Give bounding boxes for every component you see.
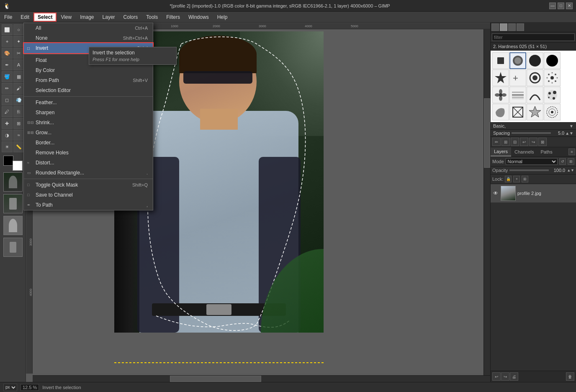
spacing-slider[interactable] [512, 132, 551, 134]
layer-add-btn[interactable]: ↩ [492, 372, 501, 381]
brush-cell-1[interactable] [492, 52, 509, 69]
menu-filters[interactable]: Filters [162, 13, 184, 22]
tool-rect-select[interactable]: ⬜ [2, 24, 13, 35]
menu-item-quickmask[interactable]: □ Toggle Quick Mask Shift+Q [24, 180, 153, 190]
brush-tool-btn-2[interactable] [500, 23, 507, 31]
brush-action-btn-3[interactable]: ⊟ [511, 138, 519, 146]
brush-tool-btn-3[interactable] [508, 23, 516, 31]
tool-paintbrush[interactable]: 🖌 [13, 83, 24, 94]
layer-thumb-3[interactable] [3, 216, 23, 235]
minimize-button[interactable]: — [549, 3, 556, 9]
close-button[interactable]: ✕ [566, 3, 573, 9]
brush-cell-4[interactable] [544, 52, 561, 69]
menu-help[interactable]: Help [213, 13, 232, 22]
menu-windows[interactable]: Windows [184, 13, 213, 22]
tool-perspective-clone[interactable]: ⊞ [13, 118, 24, 129]
brush-cell-7[interactable] [527, 69, 543, 86]
tool-ink[interactable]: 🖊 [2, 106, 13, 117]
tab-layers[interactable]: Layers [491, 147, 511, 156]
maximize-button[interactable]: □ [558, 3, 564, 9]
tool-dodge-burn[interactable]: ☀ [2, 141, 13, 152]
tool-color-select[interactable]: 🎨 [2, 48, 13, 59]
tool-heal[interactable]: ✚ [2, 118, 13, 129]
menu-item-none[interactable]: None Shift+Ctrl+A [24, 33, 153, 43]
menu-view[interactable]: View [57, 13, 76, 22]
brush-action-btn-4[interactable]: ↩ [520, 138, 528, 146]
menu-item-shrink[interactable]: ⊟⊟ Shrink... [24, 118, 153, 128]
menu-item-bycolor[interactable]: By Color [24, 65, 153, 75]
unit-select[interactable]: px [3, 384, 17, 391]
tool-scissors[interactable]: ✂ [13, 48, 24, 59]
menu-item-removeholes[interactable]: Remove Holes [24, 148, 153, 158]
brush-action-btn-5[interactable]: ↪ [529, 138, 537, 146]
layer-delete-btn[interactable]: 🗑 [566, 372, 574, 381]
brush-action-btn-6[interactable]: ⊠ [538, 138, 547, 146]
menu-item-topath[interactable]: ✒ To Path , [24, 200, 153, 210]
menu-layer[interactable]: Layer [98, 13, 119, 22]
brush-cell-3[interactable] [527, 52, 543, 69]
brush-cell-12[interactable] [544, 87, 561, 103]
menu-item-float[interactable]: Float Invert the selection Press F1 for … [24, 55, 153, 65]
lock-btn-2[interactable]: + [513, 176, 520, 182]
tool-airbrush[interactable]: 💨 [13, 95, 24, 105]
menu-file[interactable]: File [0, 13, 16, 22]
scrollbar-horizontal[interactable] [33, 375, 490, 382]
foreground-color[interactable] [3, 156, 13, 166]
tool-fuzzy-select[interactable]: ✦ [13, 36, 24, 47]
brush-cell-plus[interactable]: + [509, 69, 526, 86]
tool-bucket[interactable]: 🪣 [2, 71, 13, 82]
brush-cell-13[interactable] [492, 104, 509, 120]
tool-free-select[interactable]: ⌖ [2, 36, 13, 47]
menu-tools[interactable]: Tools [142, 13, 162, 22]
menu-item-frompath[interactable]: From Path Shift+V [24, 75, 153, 85]
menu-select[interactable]: Select [33, 13, 57, 22]
tool-measure[interactable]: 📏 [13, 141, 24, 152]
menu-item-grow[interactable]: ⊞⊞ Grow... [24, 128, 153, 138]
brush-cell-texture[interactable] [509, 87, 526, 103]
menu-item-savetochannel[interactable]: □ Save to Channel [24, 190, 153, 200]
tool-eraser[interactable]: ◻ [2, 95, 13, 105]
tab-channels[interactable]: Channels [511, 148, 537, 156]
brush-cell-16[interactable] [544, 104, 561, 120]
layer-thumb-2[interactable] [3, 194, 23, 213]
layer-down-btn[interactable]: ↪ [501, 372, 509, 381]
menu-item-sharpen[interactable]: Sharpen [24, 108, 153, 118]
layers-grid-btn[interactable]: ⊞ [568, 158, 574, 165]
menu-item-feather[interactable]: Feather... [24, 97, 153, 108]
menu-item-selectioneditor[interactable]: Selection Editor [24, 85, 153, 95]
tool-clone[interactable]: ⎘ [13, 106, 24, 117]
brush-cell-2[interactable] [509, 52, 526, 69]
tool-text[interactable]: A [13, 59, 24, 70]
layers-refresh-btn[interactable]: ↺ [559, 158, 566, 165]
brush-action-btn-1[interactable]: ✏ [492, 138, 501, 146]
brush-action-btn-2[interactable]: ⊞ [501, 138, 510, 146]
opacity-slider[interactable] [509, 169, 549, 171]
tool-ellipse-select[interactable]: ○ [13, 24, 24, 35]
tab-paths[interactable]: Paths [537, 148, 556, 156]
menu-item-roundedrect[interactable]: ▭ Rounded Rectangle... . [24, 168, 153, 178]
menu-item-distort[interactable]: ≈ Distort... [24, 158, 153, 168]
menu-image[interactable]: Image [76, 13, 98, 22]
brush-tool-btn-4[interactable] [517, 23, 524, 31]
brush-cell-star[interactable] [492, 69, 509, 86]
spacing-stepper[interactable]: ▲▼ [565, 131, 573, 136]
layer-visibility-eye[interactable]: 👁 [492, 190, 499, 197]
brush-cell-11[interactable] [527, 87, 543, 103]
opacity-stepper[interactable]: ▲▼ [567, 168, 574, 172]
mode-select[interactable]: Normal [506, 158, 558, 165]
lock-btn-1[interactable]: 🔒 [505, 176, 512, 182]
brush-cell-14[interactable] [509, 104, 526, 120]
layer-thumb-4[interactable] [3, 238, 23, 257]
menu-edit[interactable]: Edit [16, 13, 33, 22]
tool-paths[interactable]: ✒ [2, 59, 13, 70]
tool-gradient[interactable]: ▦ [13, 71, 24, 82]
brush-cell-flower[interactable] [492, 87, 509, 103]
layer-print-btn[interactable]: 🖨 [510, 372, 518, 381]
menu-item-border[interactable]: Border... [24, 138, 153, 148]
brushes-filter-input[interactable] [492, 33, 575, 41]
layer-thumb-1[interactable] [3, 172, 23, 192]
tool-smudge[interactable]: ≈ [13, 130, 24, 141]
brush-mode-arrow[interactable]: ▼ [569, 124, 573, 128]
lock-btn-3[interactable]: ⊞ [522, 176, 528, 182]
background-color[interactable] [13, 161, 23, 171]
